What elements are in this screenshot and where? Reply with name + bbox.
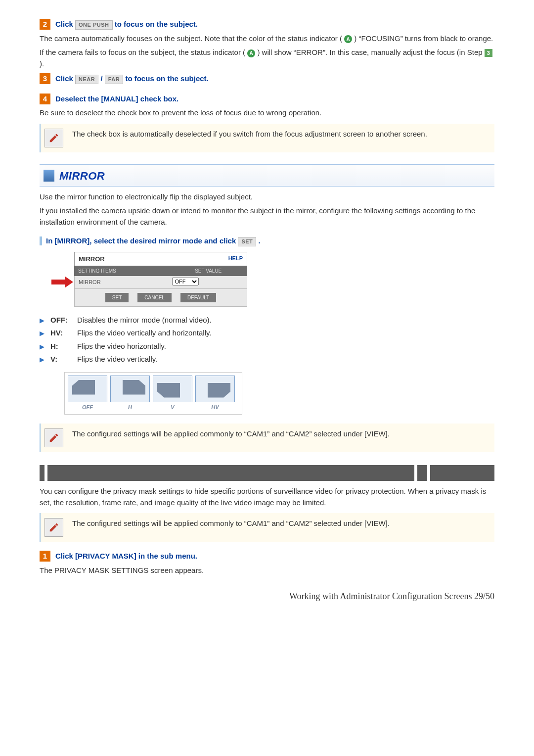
step-2-title: Click ONE PUSH to focus on the subject. [55,19,198,30]
chevron-icon: ▶ [40,355,45,365]
note-box: The check box is automatically deselecte… [40,124,494,152]
text: Click [55,74,75,83]
opt-desc: Flips the video vertically. [77,354,157,365]
panel-header: MIRROR HELP [74,252,247,266]
mirror-intro-1: Use the mirror function to electronicall… [40,191,494,203]
near-button[interactable]: NEAR [75,75,98,84]
opt-label: V: [50,354,72,365]
privacy-intro: You can configure the privacy mask setti… [40,486,494,508]
thumb-h: H [110,376,150,412]
chevron-icon: ▶ [40,329,45,338]
subheading-tick-icon [40,236,42,245]
note-text: The check box is automatically deselecte… [72,129,427,140]
text: ). [40,59,44,68]
option-v: ▶ V: Flips the video vertically. [40,354,494,365]
step-2-body-1: The camera automatically focuses on the … [40,33,494,45]
text: The camera automatically focuses on the … [40,34,342,43]
pencil-icon [44,129,63,147]
text: to focus on the subject. [125,74,208,83]
step-3-header: 3 Click NEAR / FAR to focus on the subje… [40,73,494,85]
mirror-mode-select[interactable]: OFF [172,278,199,285]
red-arrow-icon [51,277,73,287]
step-number-2: 2 [40,19,50,30]
mirror-settings-panel: MIRROR HELP SETTING ITEMS SET VALUE MIRR… [74,252,247,307]
thumb-caption: H [110,403,150,412]
mirror-intro-2: If you installed the camera upside down … [40,205,494,228]
panel-title: MIRROR [79,254,105,264]
page-footer: Working with Administrator Configuration… [40,590,494,603]
opt-desc: Flips the video horizontally. [77,341,166,352]
note-box: The configured settings will be applied … [40,424,494,452]
panel-row-mirror: MIRROR OFF [74,276,247,289]
bar-segment [430,465,494,481]
step-4-body: Be sure to deselect the check box to pre… [40,107,494,119]
text: / [100,74,104,83]
status-indicator-a-icon: A [247,49,255,57]
panel-set-button[interactable]: SET [105,293,129,302]
note-text: The configured settings will be applied … [72,428,390,440]
step-number-1: 1 [40,551,50,562]
panel-buttons: SET CANCEL DEFAULT [74,289,247,307]
panel-columns: SETTING ITEMS SET VALUE [74,266,247,276]
chevron-icon: ▶ [40,316,45,326]
mirror-options-list: ▶ OFF: Disables the mirror mode (normal … [40,315,494,365]
mirror-subheading-text: In [MIRROR], select the desired mirror m… [46,236,261,247]
row-label: MIRROR [75,276,169,288]
step-number-4: 4 [40,94,50,104]
step-2-body-2: If the camera fails to focus on the subj… [40,47,494,69]
help-link[interactable]: HELP [228,254,243,264]
text: ) will show “ERROR”. In this case, manua… [257,48,484,56]
thumb-caption: HV [195,403,235,412]
opt-label: OFF: [50,315,72,326]
pencil-icon [44,428,63,447]
mirror-heading: MIRROR [59,168,105,184]
thumb-caption: OFF [68,403,107,412]
option-h: ▶ H: Flips the video horizontally. [40,341,494,352]
privacy-step-1-header: 1 Click [PRIVACY MASK] in the sub menu. [40,551,494,562]
note-box: The configured settings will be applied … [40,513,494,542]
step-ref-3-icon: 3 [485,49,492,57]
step-4-title: Deselect the [MANUAL] check box. [55,94,178,105]
thumb-caption: V [153,403,192,412]
note-text: The configured settings will be applied … [72,518,390,529]
mirror-section-header: MIRROR [40,164,494,187]
text: In [MIRROR], select the desired mirror m… [46,236,238,245]
text: If the camera fails to focus on the subj… [40,48,245,56]
thumb-hv: HV [195,376,235,412]
opt-desc: Disables the mirror mode (normal video). [77,315,212,326]
panel-default-button[interactable]: DEFAULT [180,293,216,302]
far-button[interactable]: FAR [105,75,124,84]
status-indicator-a-icon: A [344,35,352,43]
col-set-value: SET VALUE [170,266,248,276]
section-stripe-icon [44,170,54,182]
text: . [259,236,261,245]
one-push-button[interactable]: ONE PUSH [75,20,112,30]
privacy-step-body: The PRIVACY MASK SETTINGS screen appears… [40,565,494,576]
chevron-icon: ▶ [40,342,45,352]
panel-cancel-button[interactable]: CANCEL [137,293,172,302]
pencil-icon [44,518,63,537]
mirror-thumbnails: OFF H V HV [64,372,242,415]
opt-label: HV: [50,328,72,339]
step-2-header: 2 Click ONE PUSH to focus on the subject… [40,19,494,30]
step-3-title: Click NEAR / FAR to focus on the subject… [55,73,209,85]
svg-marker-0 [51,277,73,287]
opt-desc: Flips the video vertically and horizonta… [77,328,212,339]
opt-label: H: [50,341,72,352]
step-4-header: 4 Deselect the [MANUAL] check box. [40,94,494,105]
text: Click [55,20,75,28]
step-number-3: 3 [40,73,50,84]
privacy-section-header-bar [40,465,494,481]
bar-segment [40,465,44,481]
option-hv: ▶ HV: Flips the video vertically and hor… [40,328,494,339]
option-off: ▶ OFF: Disables the mirror mode (normal … [40,315,494,326]
thumb-off: OFF [68,376,107,412]
col-setting-items: SETTING ITEMS [74,266,170,276]
thumb-v: V [153,376,192,412]
bar-segment [417,465,427,481]
text: ) “FOCUSING” turns from black to orange. [354,34,493,43]
privacy-step-title: Click [PRIVACY MASK] in the sub menu. [55,551,197,562]
set-button[interactable]: SET [238,237,256,246]
text: to focus on the subject. [115,20,198,28]
bar-segment [47,465,414,481]
